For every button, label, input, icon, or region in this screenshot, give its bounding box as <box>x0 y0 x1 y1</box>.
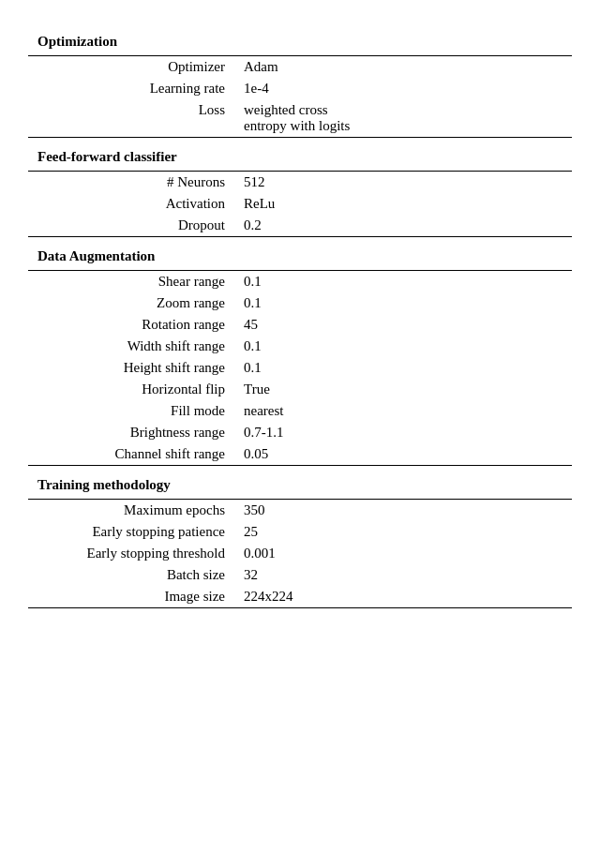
value-training-methodology-3: 32 <box>234 564 572 586</box>
label-data-augmentation-4: Height shift range <box>28 357 234 379</box>
value-training-methodology-0: 350 <box>234 500 572 521</box>
value-optimization-1: 1e-4 <box>234 78 572 99</box>
value-data-augmentation-6: nearest <box>234 400 572 422</box>
value-feed-forward-0: 512 <box>234 172 572 193</box>
data-row-data-augmentation-0: Shear range0.1 <box>28 271 572 292</box>
divider-bottom-training-methodology <box>28 607 572 608</box>
label-feed-forward-2: Dropout <box>28 215 234 236</box>
data-row-data-augmentation-2: Rotation range45 <box>28 314 572 336</box>
value-optimization-0: Adam <box>234 56 572 78</box>
section-header-feed-forward: Feed-forward classifier <box>28 142 572 172</box>
label-feed-forward-0: # Neurons <box>28 172 234 193</box>
data-row-data-augmentation-7: Brightness range0.7-1.1 <box>28 422 572 443</box>
data-row-data-augmentation-4: Height shift range0.1 <box>28 357 572 379</box>
label-training-methodology-0: Maximum epochs <box>28 500 234 521</box>
label-optimization-2: Loss <box>28 99 234 137</box>
data-row-training-methodology-1: Early stopping patience25 <box>28 521 572 543</box>
data-row-data-augmentation-3: Width shift range0.1 <box>28 336 572 357</box>
value-data-augmentation-1: 0.1 <box>234 292 572 314</box>
params-table: OptimizationOptimizerAdamLearning rate1e… <box>28 26 572 608</box>
data-row-data-augmentation-8: Channel shift range0.05 <box>28 443 572 465</box>
data-row-training-methodology-0: Maximum epochs350 <box>28 500 572 521</box>
data-row-feed-forward-1: ActivationReLu <box>28 193 572 215</box>
label-optimization-0: Optimizer <box>28 56 234 78</box>
section-header-data-augmentation: Data Augmentation <box>28 241 572 271</box>
label-data-augmentation-8: Channel shift range <box>28 443 234 465</box>
label-data-augmentation-6: Fill mode <box>28 400 234 422</box>
data-row-data-augmentation-5: Horizontal flipTrue <box>28 379 572 400</box>
data-row-feed-forward-0: # Neurons512 <box>28 172 572 193</box>
label-data-augmentation-7: Brightness range <box>28 422 234 443</box>
value-training-methodology-2: 0.001 <box>234 543 572 564</box>
value-training-methodology-4: 224x224 <box>234 586 572 607</box>
label-training-methodology-3: Batch size <box>28 564 234 586</box>
data-row-data-augmentation-6: Fill modenearest <box>28 400 572 422</box>
data-row-data-augmentation-1: Zoom range0.1 <box>28 292 572 314</box>
label-feed-forward-1: Activation <box>28 193 234 215</box>
data-row-training-methodology-4: Image size224x224 <box>28 586 572 607</box>
value-data-augmentation-2: 45 <box>234 314 572 336</box>
data-row-training-methodology-3: Batch size32 <box>28 564 572 586</box>
data-row-optimization-1: Learning rate1e-4 <box>28 78 572 99</box>
value-data-augmentation-4: 0.1 <box>234 357 572 379</box>
label-data-augmentation-5: Horizontal flip <box>28 379 234 400</box>
value-feed-forward-2: 0.2 <box>234 215 572 236</box>
section-header-training-methodology: Training methodology <box>28 470 572 500</box>
label-training-methodology-2: Early stopping threshold <box>28 543 234 564</box>
value-feed-forward-1: ReLu <box>234 193 572 215</box>
data-row-feed-forward-2: Dropout0.2 <box>28 215 572 236</box>
value-optimization-2: weighted crossentropy with logits <box>234 99 572 137</box>
label-data-augmentation-0: Shear range <box>28 271 234 292</box>
data-row-optimization-2: Lossweighted crossentropy with logits <box>28 99 572 137</box>
value-data-augmentation-7: 0.7-1.1 <box>234 422 572 443</box>
label-optimization-1: Learning rate <box>28 78 234 99</box>
data-row-training-methodology-2: Early stopping threshold0.001 <box>28 543 572 564</box>
label-training-methodology-1: Early stopping patience <box>28 521 234 543</box>
data-row-optimization-0: OptimizerAdam <box>28 56 572 78</box>
label-data-augmentation-1: Zoom range <box>28 292 234 314</box>
value-data-augmentation-0: 0.1 <box>234 271 572 292</box>
value-training-methodology-1: 25 <box>234 521 572 543</box>
value-data-augmentation-8: 0.05 <box>234 443 572 465</box>
label-training-methodology-4: Image size <box>28 586 234 607</box>
value-data-augmentation-3: 0.1 <box>234 336 572 357</box>
section-header-optimization: Optimization <box>28 26 572 56</box>
label-data-augmentation-2: Rotation range <box>28 314 234 336</box>
value-data-augmentation-5: True <box>234 379 572 400</box>
label-data-augmentation-3: Width shift range <box>28 336 234 357</box>
